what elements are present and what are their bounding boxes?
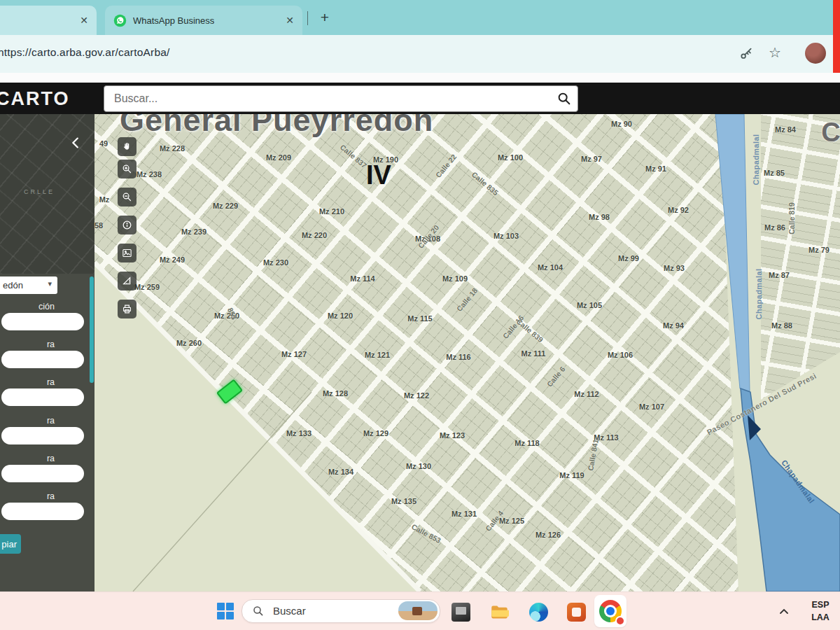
app-header: CARTO xyxy=(0,83,840,114)
language-line2: LAA xyxy=(806,611,834,624)
city-blocks-grid xyxy=(94,114,840,592)
language-line1: ESP xyxy=(806,598,834,611)
app-search xyxy=(104,85,578,112)
language-indicator[interactable]: ESP LAA xyxy=(806,598,834,624)
tab-close-icon[interactable]: ✕ xyxy=(80,15,88,25)
taskbar-search[interactable]: Buscar xyxy=(241,599,440,623)
field-label: ción xyxy=(0,302,55,312)
field-label: ra xyxy=(0,377,55,387)
browser-toolbar: https://carto.arba.gov.ar/cartoArba/ ☆ xyxy=(0,35,840,73)
partido-dropdown-value: edón xyxy=(3,280,23,290)
field-label: ra xyxy=(0,454,55,463)
waterway-label: Chapadmalal xyxy=(752,134,760,186)
info-icon[interactable] xyxy=(118,216,136,234)
nomenclature-input[interactable] xyxy=(1,427,84,444)
nomenclature-input[interactable] xyxy=(1,503,84,520)
chrome-taskbar-card[interactable] xyxy=(594,595,626,627)
orange-app-icon[interactable] xyxy=(567,603,586,622)
notification-badge xyxy=(615,616,625,626)
screen: ✕ WhatsApp Business ✕ + https://carto.ar… xyxy=(0,0,840,630)
field-label: ra xyxy=(0,491,55,501)
nomenclature-input[interactable] xyxy=(1,313,84,330)
new-tab-button[interactable]: + xyxy=(315,8,335,27)
district-title: General Pueyrredón xyxy=(120,114,433,139)
chevron-down-icon: ▾ xyxy=(48,279,52,288)
search-highlight-image[interactable] xyxy=(398,601,438,620)
taskbar: Buscar ESP LAA xyxy=(0,592,840,630)
profile-avatar[interactable] xyxy=(805,43,826,64)
print-icon[interactable] xyxy=(118,300,136,318)
app-search-input[interactable] xyxy=(113,89,536,108)
measure-icon[interactable] xyxy=(118,272,136,290)
start-button[interactable] xyxy=(217,603,234,620)
pan-hand-icon[interactable] xyxy=(118,137,136,156)
app-sidebar: CRLLE edón ▾ ción ra ra ra ra ra piar xyxy=(0,114,94,592)
window-thumbnail-icon[interactable] xyxy=(451,603,470,622)
tab-title: WhatsApp Business xyxy=(133,15,214,26)
sidebar-collapse-icon[interactable] xyxy=(67,134,85,152)
browser-tab-whatsapp[interactable]: WhatsApp Business ✕ xyxy=(105,6,302,35)
address-bar[interactable]: https://carto.arba.gov.ar/cartoArba/ xyxy=(0,46,170,59)
file-explorer-icon[interactable] xyxy=(490,603,509,622)
app-logo: CARTO xyxy=(0,88,70,110)
whatsapp-icon xyxy=(113,14,127,27)
waterway-label: Chapadmalal xyxy=(780,458,816,505)
basemap-image-icon[interactable] xyxy=(118,244,136,262)
browser-tab-strip: ✕ WhatsApp Business ✕ + xyxy=(0,0,840,35)
bookmark-star-icon[interactable]: ☆ xyxy=(769,44,781,61)
clear-button[interactable]: piar xyxy=(0,534,21,554)
zoom-out-icon[interactable] xyxy=(118,188,136,206)
edge-icon[interactable] xyxy=(529,603,548,622)
page-top-gap xyxy=(0,73,840,83)
tab-separator xyxy=(307,11,308,25)
water-body xyxy=(741,388,840,592)
tab-close-icon[interactable]: ✕ xyxy=(286,15,294,25)
nomenclature-input[interactable] xyxy=(1,351,84,368)
partido-dropdown[interactable]: edón ▾ xyxy=(0,276,57,294)
password-key-icon[interactable] xyxy=(739,47,754,64)
nomenclature-input[interactable] xyxy=(1,388,84,406)
nomenclature-input[interactable] xyxy=(1,465,84,482)
map-canvas[interactable]: General Pueyrredón IV Mz 228Mz 238Mz 209… xyxy=(94,114,840,592)
search-icon xyxy=(252,605,265,620)
sidebar-scrollbar[interactable] xyxy=(90,276,94,383)
field-label: ra xyxy=(0,340,55,349)
zoom-in-icon[interactable] xyxy=(118,160,136,178)
zone-label: IV xyxy=(366,160,391,190)
browser-tab-active[interactable]: ✕ xyxy=(0,6,97,35)
basemap-thumbnail-label: CRLLE xyxy=(24,188,55,195)
search-icon[interactable] xyxy=(556,91,572,109)
window-edge-accent xyxy=(833,0,840,73)
jetty-shape xyxy=(748,415,761,440)
field-label: ra xyxy=(0,416,55,426)
taskbar-search-label: Buscar xyxy=(273,605,306,617)
tray-chevron-icon[interactable] xyxy=(778,606,790,620)
